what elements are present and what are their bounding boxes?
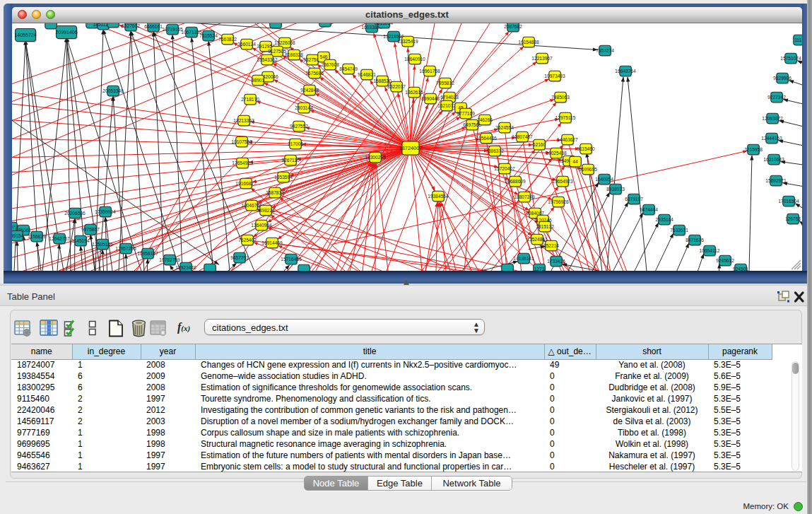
svg-text:1156829: 1156829 — [28, 233, 46, 238]
svg-text:7663822: 7663822 — [218, 36, 237, 41]
svg-text:8471676: 8471676 — [686, 237, 704, 242]
svg-text:8322037: 8322037 — [387, 83, 406, 88]
svg-text:8454749: 8454749 — [339, 66, 358, 71]
svg-text:3215958: 3215958 — [744, 146, 763, 151]
svg-text:16154838: 16154838 — [518, 39, 539, 44]
svg-text:1362615: 1362615 — [405, 89, 423, 94]
svg-text:9457791: 9457791 — [230, 255, 249, 259]
svg-text:10025438: 10025438 — [546, 150, 567, 155]
svg-text:13640994: 13640994 — [251, 222, 272, 227]
svg-text:9474444: 9474444 — [640, 206, 658, 211]
svg-text:7357274: 7357274 — [596, 47, 614, 52]
svg-text:2935114: 2935114 — [655, 216, 673, 221]
svg-text:1733426: 1733426 — [547, 258, 565, 263]
svg-text:12444153: 12444153 — [761, 135, 782, 140]
svg-text:6466161: 6466161 — [144, 23, 163, 28]
svg-text:14136141: 14136141 — [513, 255, 534, 260]
svg-text:10719155: 10719155 — [162, 26, 183, 31]
svg-text:126753: 126753 — [785, 216, 801, 221]
svg-text:12213967: 12213967 — [531, 55, 553, 60]
svg-text:17654923: 17654923 — [232, 160, 253, 165]
svg-text:17359924: 17359924 — [95, 209, 116, 214]
svg-text:9242848: 9242848 — [300, 87, 319, 92]
svg-text:3675685: 3675685 — [305, 70, 324, 75]
svg-text:98901: 98901 — [252, 77, 265, 82]
svg-text:10973493: 10973493 — [544, 73, 565, 78]
svg-text:16914469: 16914469 — [261, 240, 283, 245]
svg-text:3624554: 3624554 — [495, 124, 514, 129]
svg-text:16958167: 16958167 — [137, 250, 158, 255]
svg-text:1112: 1112 — [794, 37, 802, 42]
svg-text:2367608: 2367608 — [321, 62, 339, 66]
svg-text:6379197: 6379197 — [625, 196, 643, 201]
svg-text:10046766: 10046766 — [241, 202, 262, 207]
svg-text:9227342: 9227342 — [767, 94, 786, 99]
svg-text:1621072: 1621072 — [437, 103, 456, 107]
svg-text:3498222: 3498222 — [257, 207, 275, 212]
svg-text:17016504: 17016504 — [778, 198, 799, 203]
svg-text:3660124: 3660124 — [237, 41, 256, 46]
svg-text:7625402: 7625402 — [238, 237, 257, 242]
svg-text:3267110: 3267110 — [281, 157, 300, 162]
svg-text:19384554: 19384554 — [428, 193, 449, 198]
svg-text:10654112: 10654112 — [700, 247, 720, 252]
svg-text:17957255: 17957255 — [115, 245, 136, 250]
svg-text:15720407: 15720407 — [494, 165, 515, 170]
svg-text:19756928: 19756928 — [548, 199, 569, 204]
svg-text:8938923: 8938923 — [606, 186, 625, 191]
svg-text:15692971: 15692971 — [765, 177, 787, 182]
svg-text:62160: 62160 — [533, 141, 546, 146]
svg-text:18640910: 18640910 — [404, 56, 425, 61]
svg-text:19166827: 19166827 — [235, 180, 257, 185]
svg-text:16782759: 16782759 — [159, 257, 180, 262]
svg-text:19654923: 19654923 — [552, 178, 573, 183]
svg-text:9127505: 9127505 — [268, 48, 286, 53]
svg-text:9777169: 9777169 — [457, 110, 475, 115]
svg-text:12505135: 12505135 — [92, 241, 113, 246]
svg-text:7955812: 7955812 — [436, 80, 454, 85]
svg-text:1353594: 1353594 — [274, 174, 293, 179]
svg-text:217006: 217006 — [288, 141, 303, 146]
svg-text:7485063: 7485063 — [551, 94, 570, 99]
svg-text:924501: 924501 — [733, 266, 748, 270]
svg-text:252214: 252214 — [543, 243, 559, 247]
svg-text:10688609: 10688609 — [505, 178, 526, 183]
svg-text:10543362: 10543362 — [257, 57, 278, 62]
svg-text:12093872: 12093872 — [762, 115, 783, 120]
svg-text:3587833: 3587833 — [266, 189, 284, 194]
svg-text:12942757: 12942757 — [49, 235, 70, 240]
svg-text:7515524: 7515524 — [199, 33, 218, 37]
svg-text:21564436: 21564436 — [476, 135, 497, 140]
svg-text:20053346: 20053346 — [102, 88, 124, 93]
svg-text:16648764: 16648764 — [615, 68, 636, 73]
svg-text:10807487: 10807487 — [512, 134, 533, 139]
svg-text:13226058: 13226058 — [274, 40, 295, 45]
svg-text:8990448: 8990448 — [421, 95, 440, 100]
svg-text:13325419: 13325419 — [397, 38, 418, 43]
svg-text:546: 546 — [319, 54, 327, 59]
svg-text:39154: 39154 — [12, 233, 23, 238]
svg-text:2718170: 2718170 — [241, 96, 259, 101]
svg-text:10107553: 10107553 — [231, 139, 252, 144]
svg-text:746266: 746266 — [477, 117, 493, 122]
svg-text:1588520: 1588520 — [373, 78, 392, 83]
svg-text:15751074: 15751074 — [780, 55, 801, 60]
svg-text:44: 44 — [572, 158, 578, 163]
svg-text:1815132: 1815132 — [536, 223, 554, 228]
svg-text:8186328: 8186328 — [285, 52, 303, 57]
svg-text:9975867: 9975867 — [81, 226, 100, 231]
svg-text:20991406: 20991406 — [55, 29, 77, 34]
svg-text:13524861: 13524861 — [526, 236, 548, 241]
svg-text:9329906: 9329906 — [773, 75, 792, 80]
svg-text:9146821: 9146821 — [358, 71, 376, 76]
svg-text:1145194: 1145194 — [71, 238, 90, 243]
svg-text:15716485: 15716485 — [281, 256, 302, 261]
svg-text:14463627: 14463627 — [557, 136, 578, 141]
svg-text:18807249: 18807249 — [514, 194, 535, 199]
svg-text:7386372: 7386372 — [486, 148, 504, 153]
svg-text:1527602: 1527602 — [122, 23, 140, 28]
svg-text:1640954: 1640954 — [595, 176, 613, 181]
svg-text:16961758: 16961758 — [419, 68, 440, 73]
svg-text:20206536: 20206536 — [64, 210, 86, 215]
svg-text:8813054: 8813054 — [375, 23, 393, 25]
